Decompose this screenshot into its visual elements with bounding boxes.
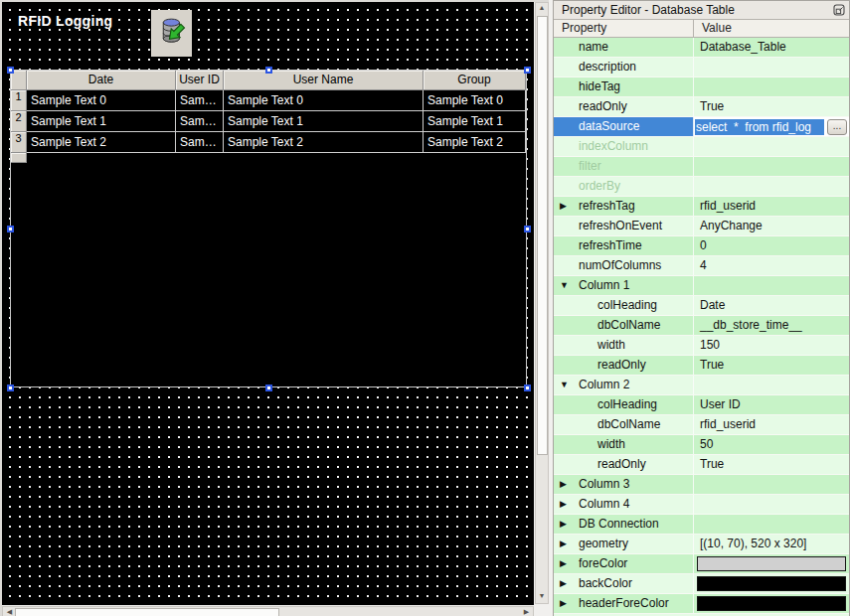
color-swatch[interactable] <box>697 576 846 591</box>
column-header: User Name <box>224 71 424 90</box>
property-row-refreshtag[interactable]: ▶refreshTagrfid_userid <box>554 197 849 217</box>
collapsed-arrow-icon[interactable]: ▶ <box>560 475 567 494</box>
property-row-filter[interactable]: filter <box>554 157 849 177</box>
collapsed-arrow-icon[interactable]: ▶ <box>560 515 567 534</box>
property-row-column-2[interactable]: ▼Column 2 <box>554 376 849 395</box>
canvas-vertical-scrollbar[interactable]: ▲ ▼ <box>535 2 549 604</box>
collapsed-arrow-icon[interactable]: ▶ <box>560 535 567 553</box>
property-row-backcolor[interactable]: ▶backColor <box>554 574 849 594</box>
property-row-column-1[interactable]: ▼Column 1 <box>554 276 849 296</box>
property-name-cell: filter <box>554 157 694 176</box>
property-row-colheading[interactable]: colHeadingDate <box>554 296 849 316</box>
row-number-header: 3 <box>11 132 27 153</box>
property-name-cell: refreshOnEvent <box>554 217 694 235</box>
frame-edge <box>0 0 553 2</box>
property-row-description[interactable]: description <box>554 58 849 77</box>
expanded-arrow-icon[interactable]: ▼ <box>560 376 569 394</box>
canvas-horizontal-scrollbar[interactable]: ◀ ▶ <box>2 606 534 616</box>
property-row-orderby[interactable]: orderBy <box>554 177 849 197</box>
property-row-column-4[interactable]: ▶Column 4 <box>554 495 849 515</box>
selection-handle[interactable] <box>524 226 531 232</box>
scroll-right-icon[interactable]: ▶ <box>521 607 532 616</box>
value-cell: 0 <box>694 236 849 255</box>
selection-handle[interactable] <box>265 385 272 391</box>
property-name-cell: colHeading <box>554 395 694 414</box>
horizontal-scrollbar-thumb[interactable] <box>15 608 279 616</box>
property-name-cell: readOnly <box>554 455 694 474</box>
property-row-name[interactable]: nameDatabase_Table <box>554 38 849 58</box>
property-row-readonly[interactable]: readOnlyTrue <box>554 356 849 376</box>
property-row-readonly[interactable]: readOnlyTrue <box>554 455 849 475</box>
vertical-scrollbar-thumb[interactable] <box>537 16 548 455</box>
color-swatch[interactable] <box>697 596 846 611</box>
property-label: headerForeColor <box>579 594 669 613</box>
float-panel-icon[interactable] <box>833 4 846 17</box>
property-row-width[interactable]: width50 <box>554 435 849 455</box>
property-editor-panel: Property Editor - Database Table Propert… <box>553 0 850 616</box>
property-row-column-3[interactable]: ▶Column 3 <box>554 475 849 495</box>
property-row-refreshonevent[interactable]: refreshOnEventAnyChange <box>554 217 849 236</box>
property-row-readonly[interactable]: readOnlyTrue <box>554 97 849 117</box>
property-label: name <box>579 38 608 57</box>
property-name-cell: ▶headerForeColor <box>554 594 694 613</box>
database-table-widget[interactable]: DateUser IDUser NameGroup1Sample Text 0S… <box>10 70 527 387</box>
table-cell: Sample Text 0 <box>424 90 526 111</box>
collapsed-arrow-icon[interactable]: ▶ <box>560 554 567 573</box>
table-cell: Sam… <box>176 111 224 132</box>
property-row-dbcolname[interactable]: dbColNamerfid_userid <box>554 415 849 435</box>
property-label: filter <box>579 157 601 176</box>
datasource-input[interactable]: select * from rfid_log <box>695 119 824 135</box>
ellipsis-button[interactable]: ... <box>827 119 847 135</box>
property-row-geometry[interactable]: ▶geometry[(10, 70), 520 x 320] <box>554 535 849 554</box>
value-cell <box>694 177 849 196</box>
database-button-widget[interactable] <box>151 10 192 57</box>
property-name-cell: ▶refreshTag <box>554 197 694 216</box>
property-label: Column 2 <box>579 376 629 394</box>
selection-handle[interactable] <box>524 67 531 74</box>
row-number-header: 2 <box>11 111 27 132</box>
color-swatch[interactable] <box>697 556 846 571</box>
collapsed-arrow-icon[interactable]: ▶ <box>560 197 567 216</box>
collapsed-arrow-icon[interactable]: ▶ <box>560 574 567 593</box>
selection-handle[interactable] <box>7 67 14 74</box>
value-color-cell <box>694 594 849 613</box>
property-row-refreshtime[interactable]: refreshTime0 <box>554 236 849 256</box>
property-row-colheading[interactable]: colHeadingUser ID <box>554 395 849 415</box>
property-name-cell: refreshTime <box>554 236 694 255</box>
property-editor-title: Property Editor - Database Table <box>554 1 849 20</box>
property-row-width[interactable]: width150 <box>554 336 849 356</box>
value-cell: True <box>694 356 849 375</box>
collapsed-arrow-icon[interactable]: ▶ <box>560 495 567 514</box>
property-label: colHeading <box>597 296 657 315</box>
selection-handle[interactable] <box>265 67 272 74</box>
property-row-datasource[interactable]: dataSourceselect * from rfid_log... <box>554 117 849 137</box>
scroll-down-icon[interactable]: ▼ <box>536 591 548 603</box>
property-row-numofcolumns[interactable]: numOfColumns4 <box>554 256 849 276</box>
property-label: dataSource <box>579 117 639 136</box>
expanded-arrow-icon[interactable]: ▼ <box>560 276 569 295</box>
value-cell: True <box>694 97 849 116</box>
value-cell: 50 <box>694 435 849 454</box>
canvas-label-rfid-logging[interactable]: RFID Logging <box>18 13 112 29</box>
property-row-indexcolumn[interactable]: indexColumn <box>554 137 849 157</box>
scroll-up-icon[interactable]: ▲ <box>536 3 548 15</box>
property-label: readOnly <box>597 356 646 375</box>
selection-handle[interactable] <box>7 226 14 232</box>
property-name-cell: indexColumn <box>554 137 694 156</box>
property-row-headerforecolor[interactable]: ▶headerForeColor <box>554 594 849 614</box>
selection-handle[interactable] <box>7 385 14 391</box>
value-column-header: Value <box>694 20 849 37</box>
collapsed-arrow-icon[interactable]: ▶ <box>560 594 567 613</box>
scroll-left-icon[interactable]: ◀ <box>4 607 15 616</box>
property-row-forecolor[interactable]: ▶foreColor <box>554 554 849 574</box>
property-row-db-connection[interactable]: ▶DB Connection <box>554 515 849 535</box>
property-row-hidetag[interactable]: hideTag <box>554 77 849 97</box>
selection-handle[interactable] <box>524 385 531 391</box>
property-label: readOnly <box>579 97 627 116</box>
property-name-cell: ▼Column 1 <box>554 276 694 295</box>
property-name-cell: width <box>554 336 694 355</box>
property-name-cell: ▶backColor <box>554 574 694 593</box>
property-row-dbcolname[interactable]: dbColName__db_store_time__ <box>554 316 849 336</box>
property-name-cell: dbColName <box>554 316 694 335</box>
property-label: indexColumn <box>579 137 648 156</box>
